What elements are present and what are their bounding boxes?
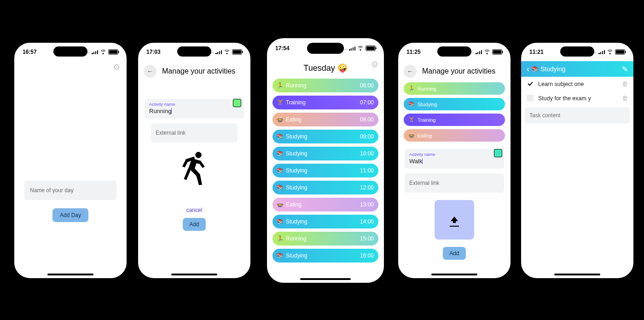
activity-name: Running: [286, 82, 307, 89]
activity-name: Studying: [286, 167, 307, 174]
schedule-row[interactable]: 🍲Eating08:00: [273, 113, 378, 126]
activity-name: Training: [286, 99, 306, 106]
activity-chip[interactable]: 🏋️Training: [404, 114, 505, 126]
activity-name: Eating: [286, 116, 302, 123]
day-title: Tuesday 🤪: [267, 63, 384, 73]
activity-time: 16:00: [360, 252, 374, 259]
activity-time: 14:00: [360, 218, 374, 225]
activity-name: Eating: [418, 133, 432, 138]
page-title: Manage your activities: [422, 67, 495, 75]
page-title: Manage your activities: [162, 67, 235, 75]
status-time: 11:25: [406, 49, 421, 55]
activity-icon: 📚: [408, 101, 415, 107]
upload-image-button[interactable]: [435, 200, 474, 240]
schedule-row[interactable]: 🍲Eating13:00: [273, 198, 378, 211]
activity-icon: 📚: [276, 167, 284, 174]
task-label: Study for the exam y: [538, 95, 591, 102]
activity-name-input[interactable]: Running: [149, 108, 172, 114]
status-icons: …: [86, 49, 118, 55]
add-button[interactable]: Add: [183, 218, 205, 231]
color-picker[interactable]: [494, 149, 502, 157]
external-link-input[interactable]: External link: [405, 173, 504, 193]
activity-name: Studying: [418, 102, 437, 107]
status-icons: …: [593, 49, 625, 55]
add-button[interactable]: Add: [443, 247, 465, 260]
cancel-button[interactable]: cancel: [138, 207, 250, 213]
schedule-row[interactable]: 🏋️Training07:00: [273, 96, 378, 109]
activity-icon: 📚: [276, 218, 284, 225]
schedule-row[interactable]: 🏃Running06:00: [273, 79, 378, 92]
activity-icon: 🏋️: [276, 99, 284, 106]
activity-name: Running: [286, 235, 307, 242]
edit-pencil-icon[interactable]: ✎: [622, 65, 628, 74]
activity-icon: 📚: [276, 184, 284, 191]
task-label: Learn subject one: [538, 81, 584, 87]
activity-chip[interactable]: 🍲Eating: [404, 129, 505, 142]
activity-icon: 🍲: [276, 116, 284, 123]
task-row: Study for the exam y🗑: [521, 91, 633, 105]
day-name-input[interactable]: Name of your day: [24, 181, 116, 200]
color-picker[interactable]: [233, 99, 241, 107]
schedule-row[interactable]: 📚Studying10:00: [273, 147, 378, 160]
task-row: Learn subject one🗑: [521, 77, 633, 91]
activity-icon: 📚: [276, 133, 284, 140]
external-link-input[interactable]: External link: [151, 123, 238, 143]
schedule-row[interactable]: 📚Studying11:00: [273, 164, 378, 177]
schedule-row[interactable]: 📚Studying16:00: [273, 249, 378, 263]
gear-icon[interactable]: ⚙: [371, 59, 378, 69]
add-day-button[interactable]: Add Day: [52, 208, 88, 222]
activity-name: Running: [418, 86, 436, 91]
task-content-input[interactable]: Task content: [525, 107, 630, 124]
activity-icon: 🏃: [276, 235, 284, 242]
activity-icon: 🏃: [408, 86, 415, 91]
status-time: 17:03: [146, 49, 161, 55]
trash-icon[interactable]: 🗑: [622, 95, 628, 102]
task-checkbox[interactable]: [527, 80, 534, 87]
activity-icon: 🍲: [276, 201, 284, 208]
activity-icon: 📚: [276, 150, 284, 157]
activity-icon: 🏋️: [408, 117, 415, 123]
gear-icon[interactable]: ⚙: [113, 62, 120, 72]
back-button[interactable]: ←: [144, 65, 157, 78]
schedule-row[interactable]: 📚Studying09:00: [273, 130, 378, 143]
activity-time: 09:00: [360, 133, 374, 140]
activity-icon: 🍲: [408, 132, 415, 138]
activity-icon: 🏃: [276, 82, 284, 89]
activity-time: 13:00: [360, 201, 374, 208]
schedule-row[interactable]: 🏃Running15:00: [273, 232, 378, 246]
back-button[interactable]: ←: [404, 65, 417, 78]
activity-chip[interactable]: 📚Studying: [404, 98, 505, 110]
status-time: 17:54: [275, 45, 290, 51]
task-checkbox[interactable]: [527, 95, 534, 102]
activity-time: 10:00: [360, 150, 374, 157]
status-icons: …: [210, 49, 242, 55]
activity-name-input[interactable]: Walk: [409, 158, 423, 165]
trash-icon[interactable]: 🗑: [622, 80, 628, 87]
back-chevron-icon[interactable]: ‹: [527, 64, 529, 74]
activity-name: Studying: [286, 184, 307, 191]
activity-name: Studying: [286, 150, 307, 157]
status-icons: …: [343, 46, 376, 51]
activity-icon: 📚: [276, 252, 284, 259]
page-title: Studying: [540, 65, 565, 73]
activity-time: 06:00: [360, 82, 374, 89]
status-time: 11:21: [529, 49, 544, 55]
activity-image: [179, 149, 210, 200]
activity-name: Studying: [286, 252, 307, 259]
status-icons: …: [470, 49, 502, 55]
activity-name: Studying: [286, 133, 307, 140]
activity-name: Training: [418, 117, 435, 123]
schedule-row[interactable]: 📚Studying14:00: [273, 215, 378, 229]
activity-name-label: Activity name: [409, 152, 499, 157]
activity-name: Studying: [286, 218, 307, 225]
books-icon: 📚: [531, 66, 539, 73]
activity-chip[interactable]: 🏃Running: [404, 82, 505, 95]
activity-time: 08:00: [360, 116, 374, 123]
activity-time: 12:00: [360, 184, 374, 191]
activity-name: Eating: [286, 201, 302, 208]
status-time: 16:57: [23, 49, 37, 55]
schedule-row[interactable]: 📚Studying12:00: [273, 181, 378, 194]
activity-time: 07:00: [360, 99, 374, 106]
activity-time: 15:00: [360, 235, 374, 242]
activity-time: 11:00: [360, 167, 374, 174]
